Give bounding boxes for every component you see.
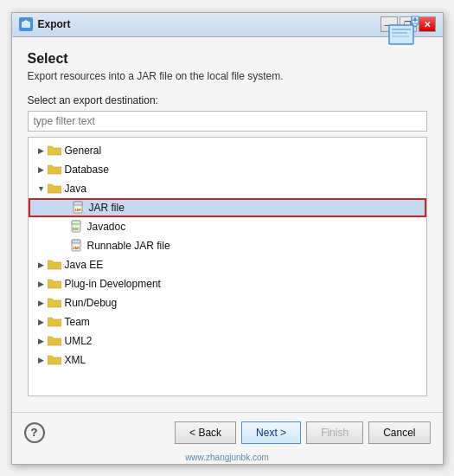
- svg-text:JAR: JAR: [73, 246, 80, 250]
- folder-icon-java: [48, 183, 61, 195]
- finish-button[interactable]: Finish: [306, 421, 363, 444]
- svg-rect-0: [22, 22, 30, 28]
- folder-icon-run-debug: [48, 297, 61, 309]
- expand-icon-uml2: ▶: [35, 335, 48, 347]
- tree-label-general: General: [65, 145, 102, 157]
- tree-label-runnable-jar: Runnable JAR file: [87, 240, 170, 252]
- help-button[interactable]: ?: [24, 422, 45, 443]
- tree-label-team: Team: [65, 316, 90, 328]
- svg-rect-11: [72, 221, 80, 224]
- section-description: Export resources into a JAR file on the …: [28, 70, 284, 82]
- title-bar-left: Export: [19, 17, 71, 31]
- next-button[interactable]: Next >: [241, 421, 301, 444]
- tree-label-java-ee: Java EE: [65, 259, 104, 271]
- svg-rect-4: [392, 35, 409, 37]
- tree-item-team[interactable]: ▶ Team: [29, 312, 426, 331]
- tree-label-javadoc: Javadoc: [87, 221, 126, 233]
- svg-rect-1: [389, 25, 413, 44]
- folder-icon-xml: [48, 354, 61, 366]
- tree-label-run-debug: Run/Debug: [65, 297, 118, 309]
- javadoc-icon: DOC: [70, 220, 84, 234]
- tree-item-run-debug[interactable]: ▶ Run/Debug: [29, 293, 426, 312]
- tree-item-uml2[interactable]: ▶ UML2: [29, 331, 426, 351]
- tree-label-jar-file: JAR file: [89, 202, 125, 214]
- tree-container: ▶ General ▶ Database ▼ Java: [28, 137, 427, 396]
- folder-icon-general: [48, 145, 61, 157]
- section-title: Select: [28, 51, 284, 67]
- window-title: Export: [38, 18, 71, 30]
- export-dialog: Export — ❐ ✕ Select Export resources int…: [11, 12, 444, 465]
- expand-icon-java-ee: ▶: [35, 259, 48, 271]
- expand-icon-java: ▼: [35, 183, 48, 195]
- tree-item-plugin-dev[interactable]: ▶ Plug-in Development: [29, 274, 426, 293]
- export-icon-area: [386, 13, 427, 55]
- tree-item-xml[interactable]: ▶ XML: [29, 351, 426, 370]
- folder-icon-plugin-dev: [48, 278, 61, 290]
- bottom-bar: ? < Back Next > Finish Cancel: [12, 412, 443, 453]
- svg-text:DOC: DOC: [73, 228, 80, 231]
- tree-label-uml2: UML2: [65, 335, 93, 347]
- tree-item-jar-file[interactable]: JAR JAR file: [29, 198, 426, 217]
- window-icon: [19, 17, 33, 31]
- title-bar: Export — ❐ ✕: [12, 13, 443, 37]
- tree-label-database: Database: [65, 164, 109, 176]
- folder-icon-uml2: [48, 335, 61, 347]
- expand-icon-plugin-dev: ▶: [35, 278, 48, 290]
- svg-rect-2: [392, 29, 411, 30]
- filter-input[interactable]: [28, 111, 427, 132]
- svg-rect-8: [74, 202, 82, 205]
- header-row: Select Export resources into a JAR file …: [28, 51, 427, 94]
- filter-label: Select an export destination:: [28, 94, 427, 106]
- cancel-button[interactable]: Cancel: [368, 421, 430, 444]
- tree-item-javadoc[interactable]: DOC Javadoc: [29, 217, 426, 236]
- svg-rect-3: [392, 32, 407, 34]
- folder-icon-database: [48, 164, 61, 176]
- back-button[interactable]: < Back: [175, 421, 236, 444]
- expand-icon-xml: ▶: [35, 354, 48, 366]
- tree-item-java[interactable]: ▼ Java: [29, 179, 426, 198]
- runnable-jar-icon: JAR: [70, 239, 84, 253]
- tree-item-java-ee[interactable]: ▶ Java EE: [29, 255, 426, 274]
- tree-label-java: Java: [65, 183, 86, 195]
- export-graphic-icon: [386, 13, 424, 51]
- tree-item-database[interactable]: ▶ Database: [29, 160, 426, 179]
- jar-file-icon: JAR: [72, 201, 86, 215]
- expand-icon-team: ▶: [35, 316, 48, 328]
- expand-icon-general: ▶: [35, 145, 48, 157]
- tree-item-general[interactable]: ▶ General: [29, 141, 426, 160]
- header-text: Select Export resources into a JAR file …: [28, 51, 284, 94]
- svg-text:JAR: JAR: [74, 208, 81, 212]
- tree-label-xml: XML: [65, 354, 86, 366]
- tree-item-runnable-jar[interactable]: JAR Runnable JAR file: [29, 236, 426, 255]
- button-group: < Back Next > Finish Cancel: [175, 421, 430, 444]
- dialog-content: Select Export resources into a JAR file …: [12, 37, 443, 407]
- folder-icon-java-ee: [48, 259, 61, 271]
- svg-rect-14: [72, 240, 80, 243]
- folder-icon-team: [48, 316, 61, 328]
- watermark: www.zhangjunbk.com: [12, 453, 443, 464]
- expand-icon-run-debug: ▶: [35, 297, 48, 309]
- tree-label-plugin-dev: Plug-in Development: [65, 278, 161, 290]
- expand-icon-database: ▶: [35, 164, 48, 176]
